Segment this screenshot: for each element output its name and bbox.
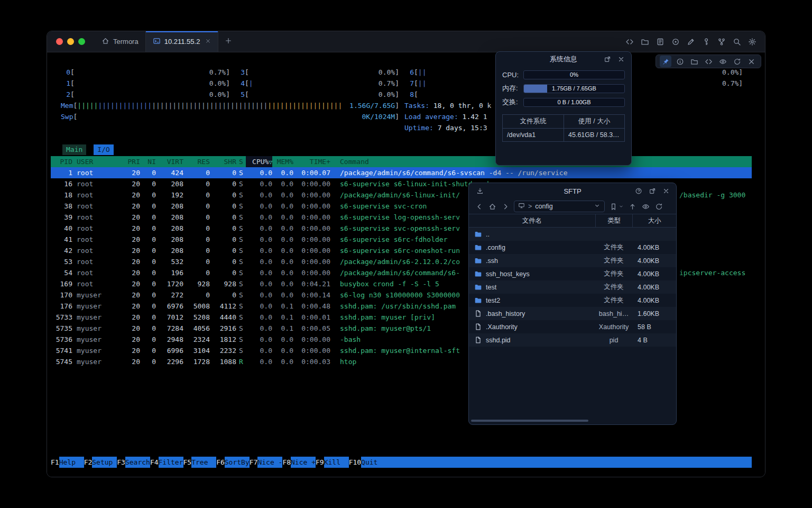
column-header-res[interactable]: RES xyxy=(183,156,210,167)
column-header-ni[interactable]: NI xyxy=(140,156,156,167)
fkey-label[interactable]: Tree xyxy=(191,457,216,468)
fkey-f5[interactable]: F5 xyxy=(183,457,192,468)
screen-tab-io[interactable]: I/O xyxy=(94,144,113,155)
fkey-f10[interactable]: F10 xyxy=(349,457,361,468)
fkey-f2[interactable]: F2 xyxy=(84,457,93,468)
code-button[interactable] xyxy=(703,56,714,67)
screen-tab-main[interactable]: Main xyxy=(62,144,86,155)
file-column-header[interactable]: 文件名 xyxy=(469,214,595,227)
arrow-up-button[interactable] xyxy=(628,202,637,211)
info-button[interactable] xyxy=(674,56,686,67)
tab-termora[interactable]: Termora xyxy=(95,31,145,52)
file-row[interactable]: test2文件夹4.00KB xyxy=(469,294,676,307)
notebook-button[interactable] xyxy=(653,35,667,48)
refresh-button[interactable] xyxy=(654,202,663,211)
file-row[interactable]: .bash_historybash_hi…1.60KB xyxy=(469,307,676,320)
fkey-f3[interactable]: F3 xyxy=(117,457,125,468)
close-button[interactable] xyxy=(616,55,626,64)
edit-button[interactable] xyxy=(684,35,697,48)
fkey-label[interactable]: Search xyxy=(125,457,150,468)
fkey-label[interactable]: Setup xyxy=(92,457,117,468)
cell-time: 0:04.21 xyxy=(293,278,330,289)
fkey-label[interactable]: Nice + xyxy=(291,457,316,468)
column-header-shr[interactable]: SHR xyxy=(210,156,236,167)
process-row[interactable]: 1root20042400S0.00.00:00.07/package/admi… xyxy=(51,167,752,178)
external-button[interactable] xyxy=(648,186,657,196)
fkey-label[interactable]: Help xyxy=(59,457,84,468)
record-button[interactable] xyxy=(669,35,682,48)
file-row[interactable]: test文件夹4.00KB xyxy=(469,280,676,294)
key-button[interactable] xyxy=(699,35,713,48)
scrollbar-thumb[interactable] xyxy=(471,420,588,422)
close-button[interactable] xyxy=(745,56,757,67)
folder-button[interactable] xyxy=(688,56,700,67)
filesystem-row[interactable]: /dev/vda145.61GB / 58.3… xyxy=(503,128,624,141)
fkey-f4[interactable]: F4 xyxy=(150,457,159,468)
column-header-user[interactable]: USER xyxy=(77,156,117,167)
fkey-label[interactable]: Filter xyxy=(159,457,183,468)
cell-time: 0:00.48 xyxy=(293,301,330,312)
cell-shr: 2232 xyxy=(210,345,236,356)
column-header-s[interactable]: S xyxy=(236,156,246,167)
column-header-pid[interactable]: PID xyxy=(51,156,72,167)
cell-res: 2324 xyxy=(183,334,210,345)
branch-button[interactable] xyxy=(715,35,728,48)
arrow-right-button[interactable] xyxy=(501,202,510,211)
zoom-window-button[interactable] xyxy=(78,38,85,45)
fkey-label[interactable]: Kill xyxy=(324,457,349,468)
file-column-header[interactable]: 大小 xyxy=(632,214,676,227)
pin-button[interactable] xyxy=(660,56,671,67)
cell-virt: 7284 xyxy=(156,323,183,334)
file-row[interactable]: ssh_host_keys文件夹4.00KB xyxy=(469,267,676,280)
bookmark-dropdown[interactable] xyxy=(619,202,624,211)
fkey-f8[interactable]: F8 xyxy=(282,457,291,468)
fkey-label[interactable]: SortBy xyxy=(225,457,250,468)
path-breadcrumb[interactable]: > config xyxy=(514,201,605,212)
file-column-header[interactable]: 类型 xyxy=(595,214,632,227)
column-header-time[interactable]: TIME+ xyxy=(293,156,330,167)
settings-button[interactable] xyxy=(745,35,759,48)
close-button[interactable] xyxy=(661,186,671,196)
eye-button[interactable] xyxy=(641,202,650,211)
folder-button[interactable] xyxy=(638,35,651,48)
tasks-line: Tasks: 18, 0 thr, 0 k xyxy=(404,100,491,111)
home-button[interactable] xyxy=(487,202,497,211)
search-button[interactable] xyxy=(730,35,743,48)
cell-time: 0:00.00 xyxy=(293,256,330,267)
file-row[interactable]: .. xyxy=(469,228,676,241)
horizontal-scrollbar[interactable] xyxy=(471,420,598,422)
column-header-mem[interactable]: MEM% xyxy=(272,156,293,167)
fkey-f9[interactable]: F9 xyxy=(316,457,324,468)
column-header-virt[interactable]: VIRT xyxy=(156,156,183,167)
refresh-button[interactable] xyxy=(731,56,743,67)
file-row[interactable]: .XauthorityXauthority58 B xyxy=(469,320,676,333)
tab-session[interactable]: 10.211.55.2 xyxy=(145,31,219,52)
file-row[interactable]: sshd.pidpid4 B xyxy=(469,333,676,347)
file-row[interactable]: .config文件夹4.00KB xyxy=(469,241,676,254)
chevron-down-icon[interactable] xyxy=(594,202,601,211)
close-tab-icon[interactable] xyxy=(205,38,211,46)
fkey-label[interactable]: Nice - xyxy=(257,457,282,468)
code-button[interactable] xyxy=(623,35,636,48)
eye-button[interactable] xyxy=(717,56,728,67)
bookmark-button[interactable] xyxy=(608,202,618,211)
cell-shr: 0 xyxy=(210,289,236,301)
help-button[interactable] xyxy=(634,186,643,196)
arrow-left-icon xyxy=(475,203,483,211)
cell-ni: 0 xyxy=(140,234,156,245)
close-window-button[interactable] xyxy=(56,38,63,45)
fkey-f1[interactable]: F1 xyxy=(51,457,59,468)
cell-time: 0:00.00 xyxy=(293,267,330,278)
arrow-left-button[interactable] xyxy=(474,202,484,211)
external-button[interactable] xyxy=(603,55,612,64)
file-row[interactable]: .ssh文件夹4.00KB xyxy=(469,254,676,267)
fkey-f7[interactable]: F7 xyxy=(250,457,258,468)
cpu-meter-1: 1[0.0%] xyxy=(62,78,230,89)
download-button[interactable] xyxy=(475,186,485,196)
new-tab-button[interactable] xyxy=(218,31,238,52)
column-header-cpu[interactable]: CPU%▽ xyxy=(246,156,272,167)
minimize-window-button[interactable] xyxy=(67,38,74,45)
column-header-pri[interactable]: PRI xyxy=(117,156,140,167)
fkey-f6[interactable]: F6 xyxy=(216,457,225,468)
fkey-label[interactable]: Quit xyxy=(361,457,386,468)
